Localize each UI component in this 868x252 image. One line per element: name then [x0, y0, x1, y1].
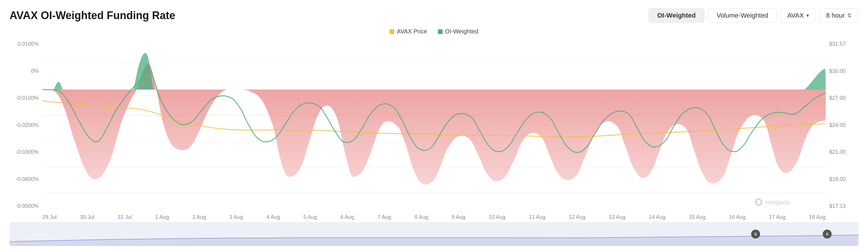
x-axis-label: 1 Aug: [155, 214, 169, 220]
x-axis-label: 31 Jul: [118, 214, 132, 220]
x-axis-label: 29 Jul: [42, 214, 57, 220]
x-axis-label: 17 Aug: [769, 214, 785, 220]
x-axis-label: 10 Aug: [489, 214, 505, 220]
y-axis-label: -0.0200%: [9, 122, 39, 129]
y-axis-price-label: $27.00: [829, 95, 859, 101]
x-axis-label: 8 Aug: [414, 214, 428, 220]
x-axis-label: 5 Aug: [304, 214, 317, 220]
y-axis-label: -0.0300%: [9, 149, 39, 155]
controls-bar: OI-Weighted Volume-Weighted AVAX ▾ 8 hou…: [649, 8, 859, 23]
tab-oi-weighted[interactable]: OI-Weighted: [649, 8, 704, 23]
x-axis-label: 3 Aug: [229, 214, 243, 220]
y-axis-label: -0.0500%: [9, 203, 39, 209]
x-axis-label: 4 Aug: [267, 214, 280, 220]
y-axis-price-label: $17.13: [829, 203, 859, 209]
pause-button-left[interactable]: ⏸: [751, 230, 760, 239]
y-axis-price-label: $30.00: [829, 68, 859, 74]
x-axis-label: 12 Aug: [569, 214, 585, 220]
x-axis-label: 14 Aug: [649, 214, 665, 220]
x-axis: 29 Jul30 Jul31 Jul1 Aug2 Aug3 Aug4 Aug5 …: [9, 212, 859, 220]
x-axis-label: 18 Aug: [809, 214, 826, 220]
x-axis-label: 7 Aug: [378, 214, 392, 220]
mini-chart[interactable]: ⏸ ⏸: [9, 222, 859, 246]
watermark: coinglass: [754, 198, 790, 206]
asset-chevron-icon: ▾: [806, 12, 809, 19]
chart-legend: AVAX Price OI-Weighted: [9, 28, 859, 35]
legend-item-oi: OI-Weighted: [438, 28, 478, 35]
y-axis-price-label: $21.00: [829, 149, 859, 155]
main-chart: 0.0100%0%-0.0100%-0.0200%-0.0300%-0.0400…: [9, 38, 859, 212]
y-axis-price-label: $18.00: [829, 176, 859, 183]
y-axis-label: 0.0100%: [9, 41, 39, 47]
y-axis-label: -0.0400%: [9, 176, 39, 183]
pause-button-right[interactable]: ⏸: [823, 230, 832, 239]
y-axis-right: $31.57$30.00$27.00$24.00$21.00$18.00$17.…: [826, 38, 859, 212]
chart-svg-area: coinglass: [42, 38, 826, 212]
page-title: AVAX OI-Weighted Funding Rate: [9, 9, 175, 22]
legend-oi-color: [438, 29, 443, 34]
interval-selector[interactable]: 8 hour ⇅: [819, 8, 859, 23]
y-axis-label: -0.0100%: [9, 95, 39, 101]
chart-area: AVAX Price OI-Weighted 0.0100%0%-0.0100%…: [9, 28, 859, 246]
asset-selector[interactable]: AVAX ▾: [780, 8, 815, 23]
x-axis-label: 11 Aug: [529, 214, 546, 220]
x-axis-label: 13 Aug: [609, 214, 625, 220]
x-axis-label: 15 Aug: [689, 214, 706, 220]
x-axis-label: 9 Aug: [452, 214, 465, 220]
tab-volume-weighted[interactable]: Volume-Weighted: [708, 8, 777, 23]
x-axis-label: 30 Jul: [80, 214, 94, 220]
x-axis-label: 16 Aug: [729, 214, 745, 220]
y-axis-price-label: $31.57: [829, 41, 859, 47]
y-axis-label: 0%: [9, 68, 39, 74]
x-axis-label: 2 Aug: [192, 214, 206, 220]
y-axis-price-label: $24.00: [829, 122, 859, 129]
x-axis-label: 6 Aug: [340, 214, 354, 220]
y-axis-left: 0.0100%0%-0.0100%-0.0200%-0.0300%-0.0400…: [9, 38, 42, 212]
legend-price-color: [390, 29, 394, 34]
interval-chevron-icon: ⇅: [847, 12, 851, 19]
legend-item-price: AVAX Price: [390, 28, 427, 35]
